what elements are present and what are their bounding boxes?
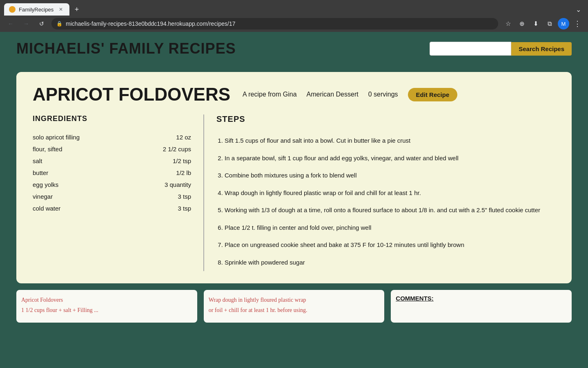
step-item: Sprinkle with powdered sugar xyxy=(225,254,555,272)
ingredient-row: vinegar 3 tsp xyxy=(33,191,191,202)
avatar-button[interactable]: M xyxy=(558,18,569,29)
ingredient-row: flour, sifted 2 1/2 cups xyxy=(33,143,191,155)
browser-actions: ☆ ⊕ ⬇ ⧉ M ⋮ xyxy=(502,18,583,29)
step-item: Wrap dough in lightly floured plastic wr… xyxy=(225,184,555,202)
tab-expand-button[interactable]: ⌄ xyxy=(572,4,584,15)
ingredients-list: solo apricot filling 12 oz flour, sifted… xyxy=(33,131,191,214)
app-title: MICHAELIS' FAMILY RECIPES xyxy=(16,40,236,57)
ingredient-amount: 2 1/2 cups xyxy=(163,146,191,153)
handwritten-text-2: Wrap dough in lightly floured plastic wr… xyxy=(209,295,380,315)
comments-card: COMMENTS: xyxy=(391,290,572,323)
ingredient-name: solo apricot filling xyxy=(33,134,168,141)
shield-button[interactable]: ⊕ xyxy=(516,18,528,29)
edit-recipe-button[interactable]: Edit Recipe xyxy=(408,88,458,101)
split-button[interactable]: ⧉ xyxy=(544,18,555,29)
ingredient-row: solo apricot filling 12 oz xyxy=(33,131,191,143)
back-button[interactable]: ← xyxy=(5,18,16,29)
step-item: Sift 1.5 cups of flour and salt into a b… xyxy=(225,132,555,150)
steps-section: STEPS Sift 1.5 cups of flour and salt in… xyxy=(204,114,555,271)
url-text: michaelis-family-recipes-813e0bddc194.he… xyxy=(66,20,236,27)
tab-title-text: FamilyRecipes xyxy=(19,7,54,13)
search-bar-container: Search Recipes xyxy=(430,42,572,56)
step-item: Place 1/2 t. filling in center and fold … xyxy=(225,219,555,237)
app-header: MICHAELIS' FAMILY RECIPES Search Recipes xyxy=(0,32,588,65)
search-input[interactable] xyxy=(430,42,511,56)
handwritten-text-1: Apricot Foldovers 1 1/2 cups flour + sal… xyxy=(21,295,192,315)
step-item: In a separate bowl, sift 1 cup flour and… xyxy=(225,150,555,167)
ingredient-name: cold water xyxy=(33,205,169,212)
ingredient-row: egg yolks 3 quantity xyxy=(33,179,191,191)
star-button[interactable]: ☆ xyxy=(502,18,514,29)
ingredient-row: salt 1/2 tsp xyxy=(33,155,191,167)
image-card-1: Apricot Foldovers 1 1/2 cups flour + sal… xyxy=(16,290,197,323)
browser-chrome: FamilyRecipes ✕ + ⌄ ← → ↺ 🔒 michaelis-fa… xyxy=(0,0,588,32)
tab-close-button[interactable]: ✕ xyxy=(57,6,65,13)
images-row: Apricot Foldovers 1 1/2 cups flour + sal… xyxy=(16,290,572,323)
comments-title: COMMENTS: xyxy=(396,295,567,302)
ingredient-amount: 1/2 lb xyxy=(176,169,191,176)
recipe-from: A recipe from Gina xyxy=(243,91,297,98)
lock-icon: 🔒 xyxy=(56,21,62,27)
ingredients-section: INGREDIENTS solo apricot filling 12 oz f… xyxy=(33,114,204,271)
step-item: Place on ungreased cookie sheet and bake… xyxy=(225,236,555,254)
ingredient-amount: 3 tsp xyxy=(178,205,191,212)
recipe-header: APRICOT FOLDOVERS A recipe from Gina Ame… xyxy=(33,84,555,105)
reload-button[interactable]: ↺ xyxy=(36,18,47,29)
ingredient-amount: 3 tsp xyxy=(178,193,191,200)
menu-button[interactable]: ⋮ xyxy=(572,18,583,29)
recipe-category: American Dessert xyxy=(307,91,359,98)
ingredients-title: INGREDIENTS xyxy=(33,114,191,123)
ingredient-name: vinegar xyxy=(33,193,169,200)
recipe-servings: 0 servings xyxy=(368,91,398,98)
ingredient-amount: 1/2 tsp xyxy=(173,157,191,164)
ingredient-name: salt xyxy=(33,157,165,164)
ingredient-row: cold water 3 tsp xyxy=(33,202,191,214)
step-item: Combine both mixtures using a fork to bl… xyxy=(225,167,555,184)
main-content: APRICOT FOLDOVERS A recipe from Gina Ame… xyxy=(0,65,588,331)
active-tab[interactable]: FamilyRecipes ✕ xyxy=(4,3,69,16)
ingredient-row: butter 1/2 lb xyxy=(33,167,191,179)
address-bar[interactable]: 🔒 michaelis-family-recipes-813e0bddc194.… xyxy=(51,18,498,29)
forward-button[interactable]: → xyxy=(20,18,32,29)
ingredient-name: butter xyxy=(33,169,168,176)
search-recipes-button[interactable]: Search Recipes xyxy=(511,42,572,56)
ingredient-name: egg yolks xyxy=(33,181,156,188)
steps-list: Sift 1.5 cups of flour and salt into a b… xyxy=(216,132,555,271)
tab-bar: FamilyRecipes ✕ + ⌄ xyxy=(0,0,588,16)
recipe-title: APRICOT FOLDOVERS xyxy=(33,84,230,105)
download-button[interactable]: ⬇ xyxy=(530,18,541,29)
steps-title: STEPS xyxy=(216,114,555,124)
ingredient-name: flour, sifted xyxy=(33,146,155,153)
tab-favicon xyxy=(9,6,16,13)
new-tab-button[interactable]: + xyxy=(71,4,82,15)
step-item: Working with 1/3 of dough at a time, rol… xyxy=(225,202,555,219)
svg-point-0 xyxy=(10,7,14,11)
ingredient-amount: 3 quantity xyxy=(165,181,191,188)
recipe-meta: A recipe from Gina American Dessert 0 se… xyxy=(243,88,457,101)
recipe-card: APRICOT FOLDOVERS A recipe from Gina Ame… xyxy=(16,72,572,283)
address-bar-row: ← → ↺ 🔒 michaelis-family-recipes-813e0bd… xyxy=(0,16,588,32)
recipe-body: INGREDIENTS solo apricot filling 12 oz f… xyxy=(33,114,555,271)
image-card-2: Wrap dough in lightly floured plastic wr… xyxy=(204,290,385,323)
ingredient-amount: 12 oz xyxy=(176,134,191,141)
